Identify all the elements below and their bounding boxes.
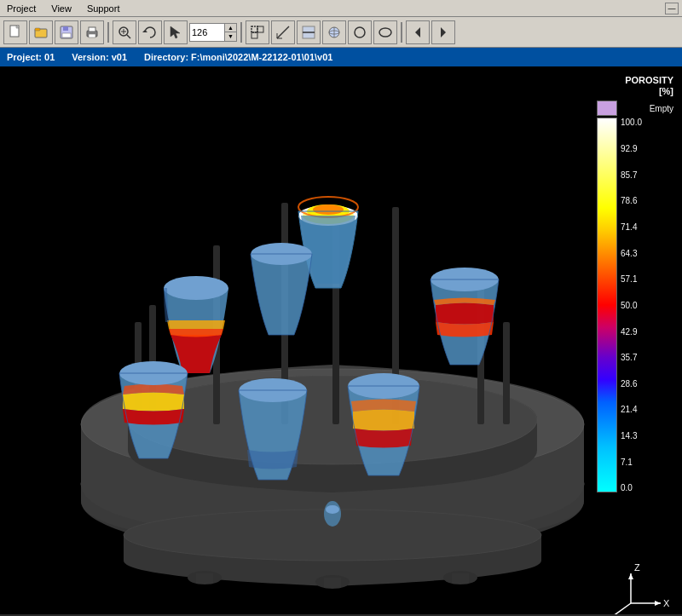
print-button[interactable]	[80, 20, 104, 44]
svg-point-68	[326, 505, 339, 514]
legend-val-1: 92.9	[621, 144, 642, 153]
svg-point-61	[164, 276, 228, 300]
legend-val-6: 57.1	[621, 274, 642, 284]
legend-val-11: 21.4	[621, 405, 642, 414]
svg-rect-17	[257, 26, 263, 32]
svg-rect-18	[251, 32, 257, 38]
svg-rect-16	[251, 26, 257, 32]
legend-empty-row: Empty	[597, 101, 673, 116]
legend-color-bar	[597, 118, 617, 492]
legend-val-7: 50.0	[621, 301, 642, 310]
svg-rect-6	[62, 33, 71, 37]
legend-val-4: 71.4	[621, 222, 642, 232]
svg-marker-29	[415, 27, 420, 37]
3d-scene: X Y Z	[0, 66, 682, 614]
version-label: Version: v01	[72, 52, 127, 62]
viewport[interactable]: X Y Z POROSITY[%] Empty 100.0 92.9 85.7 …	[0, 66, 682, 614]
toolbar: ▲ ▼	[0, 17, 682, 48]
svg-marker-15	[170, 26, 180, 38]
legend-val-13: 7.1	[621, 458, 642, 467]
legend-labels: 100.0 92.9 85.7 78.6 71.4 64.3 57.1 50.0…	[617, 118, 642, 492]
select-tool-button[interactable]	[246, 20, 269, 44]
iso-button[interactable]	[322, 20, 346, 44]
svg-rect-55	[503, 322, 510, 424]
legend-empty-label: Empty	[617, 104, 673, 113]
svg-line-19	[277, 26, 289, 38]
next-button[interactable]	[431, 20, 455, 44]
spin-down-button[interactable]: ▼	[225, 32, 236, 41]
svg-rect-8	[89, 27, 95, 32]
legend-val-8: 42.9	[621, 327, 642, 337]
rotate-button[interactable]	[138, 20, 162, 44]
legend-val-14: 0.0	[621, 483, 642, 492]
legend-val-9: 35.7	[621, 353, 642, 362]
oval-button[interactable]	[373, 20, 397, 44]
svg-marker-30	[441, 27, 446, 37]
project-label: Project: 01	[7, 52, 55, 62]
frame-input-group: ▲ ▼	[189, 23, 237, 42]
new-button[interactable]	[3, 20, 27, 44]
svg-point-28	[379, 28, 391, 37]
porosity-legend: POROSITY[%] Empty 100.0 92.9 85.7 78.6 7…	[597, 75, 673, 492]
svg-line-11	[127, 35, 130, 38]
menu-bar: Project View Support —	[0, 0, 682, 17]
spin-up-button[interactable]: ▲	[225, 24, 236, 33]
legend-color-bar-container: 100.0 92.9 85.7 78.6 71.4 64.3 57.1 50.0…	[597, 118, 673, 492]
legend-val-3: 78.6	[621, 196, 642, 205]
cut-plane-button[interactable]	[297, 20, 321, 44]
legend-val-0: 100.0	[621, 118, 642, 127]
svg-rect-47	[452, 573, 469, 584]
svg-text:Z: Z	[634, 562, 640, 573]
svg-rect-43	[196, 573, 213, 584]
open-button[interactable]	[29, 20, 53, 44]
menu-project[interactable]: Project	[3, 3, 39, 14]
svg-rect-9	[89, 34, 95, 37]
cursor-button[interactable]	[164, 20, 188, 44]
menu-support[interactable]: Support	[84, 3, 124, 14]
svg-point-27	[355, 27, 365, 37]
close-button[interactable]: —	[665, 3, 679, 14]
svg-text:X: X	[663, 598, 670, 608]
prev-button[interactable]	[406, 20, 430, 44]
svg-rect-3	[35, 28, 40, 31]
svg-marker-14	[142, 30, 147, 32]
status-bar: Project: 01 Version: v01 Directory: F:\m…	[0, 48, 682, 66]
zoom-window-button[interactable]	[113, 20, 136, 44]
svg-point-59	[313, 204, 344, 215]
legend-val-2: 85.7	[621, 170, 642, 180]
legend-val-5: 64.3	[621, 249, 642, 258]
circle-button[interactable]	[348, 20, 372, 44]
frame-input[interactable]	[190, 24, 224, 41]
measure-button[interactable]	[271, 20, 295, 44]
legend-empty-swatch	[597, 101, 617, 116]
svg-rect-5	[63, 26, 68, 31]
menu-view[interactable]: View	[48, 3, 75, 14]
legend-title: POROSITY[%]	[597, 75, 673, 97]
directory-label: Directory: F:\moni\2022\M-22122-01\01\v0…	[144, 52, 332, 62]
svg-rect-45	[324, 578, 341, 588]
legend-val-10: 28.6	[621, 379, 642, 389]
save-button[interactable]	[55, 20, 78, 44]
legend-val-12: 14.3	[621, 431, 642, 440]
